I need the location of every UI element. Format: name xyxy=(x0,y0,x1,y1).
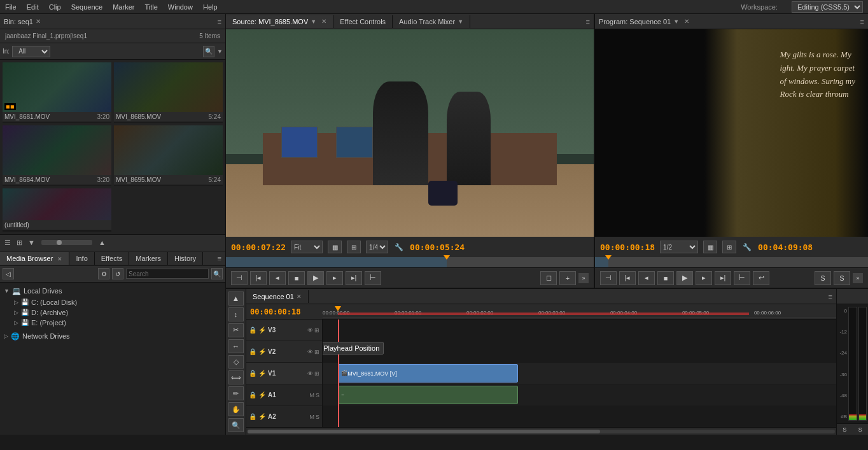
menu-marker[interactable]: Marker xyxy=(113,3,134,11)
zoom-in-btn[interactable]: ▲ xyxy=(97,239,108,246)
media-btn-1[interactable]: ◁ xyxy=(3,268,14,279)
clip-v1[interactable]: 🎬 MVI_8681.MOV [V] xyxy=(338,364,517,383)
track-v1-sync[interactable]: ⚡ xyxy=(258,370,266,377)
thumb-item-3[interactable]: MVI_8684.MOV 3:20 xyxy=(3,125,111,186)
bin-close-btn[interactable]: ✕ xyxy=(36,18,41,25)
prog-pb-6[interactable]: ▸| xyxy=(715,271,731,285)
tool-ripple[interactable]: ↕ xyxy=(228,307,244,321)
source-fit-select[interactable]: Fit xyxy=(291,241,323,253)
bin-menu-btn[interactable]: ≡ xyxy=(218,18,221,25)
track-a1-sync[interactable]: ⚡ xyxy=(258,391,266,398)
pb-step-back[interactable]: ◂ xyxy=(269,271,286,285)
program-frame-icon[interactable]: ▦ xyxy=(703,241,717,253)
tab-info[interactable]: Info xyxy=(69,252,94,265)
timeline-scrollbar-track[interactable] xyxy=(248,430,835,433)
track-row-a2[interactable] xyxy=(323,406,836,427)
timeline-ruler[interactable]: 00:00:00:00 00:00:01:00 00:00:02:00 00:0… xyxy=(323,306,836,318)
prog-pb-10[interactable]: S xyxy=(834,271,850,285)
tab-effects[interactable]: Effects xyxy=(95,252,129,265)
program-scrubber[interactable] xyxy=(595,257,868,267)
menu-file[interactable]: File xyxy=(5,3,17,11)
pb-more-btn[interactable]: » xyxy=(578,273,589,283)
pb-go-in[interactable]: |◂ xyxy=(250,271,267,285)
tool-pen[interactable]: ✏ xyxy=(228,386,244,400)
track-v3-sync[interactable]: ⚡ xyxy=(258,327,266,334)
pb-mark-out[interactable]: ⊢ xyxy=(365,271,381,285)
track-a2-solo[interactable]: S xyxy=(316,414,319,420)
tool-razor[interactable]: ✂ xyxy=(228,323,244,337)
pb-stop[interactable]: ■ xyxy=(288,271,305,285)
menu-clip[interactable]: Clip xyxy=(49,3,61,11)
in-select[interactable]: All xyxy=(12,46,50,57)
search-icon-btn[interactable]: 🔍 xyxy=(203,46,214,57)
track-v1-collapse[interactable]: ⊞ xyxy=(314,370,319,377)
thumb-item-2[interactable]: MVI_8685.MOV 5:24 xyxy=(114,62,223,123)
timeline-scrollbar-thumb[interactable] xyxy=(248,430,600,433)
prog-pb-9[interactable]: S xyxy=(815,271,831,285)
track-a2-lock[interactable]: 🔒 xyxy=(249,413,256,420)
pb-extra1[interactable]: ◻ xyxy=(540,271,557,285)
menu-edit[interactable]: Edit xyxy=(27,3,39,11)
track-v1-eye[interactable]: 👁 xyxy=(307,370,313,377)
media-search-input[interactable] xyxy=(126,269,209,279)
menu-title[interactable]: Title xyxy=(144,3,157,11)
track-v3-lock[interactable]: 🔒 xyxy=(249,327,256,334)
pb-mark-in[interactable]: ⊣ xyxy=(231,271,248,285)
prog-pb-8[interactable]: ↩ xyxy=(753,271,769,285)
tool-zoom[interactable]: 🔍 xyxy=(228,418,244,432)
program-fit-select[interactable]: 1/2 xyxy=(660,241,698,253)
vu-s-left[interactable]: S xyxy=(843,426,846,433)
track-a1-mute[interactable]: M xyxy=(309,392,314,398)
track-a2-mute[interactable]: M xyxy=(309,414,314,420)
tab-media-browser[interactable]: Media Browser ✕ xyxy=(0,252,69,265)
local-drives-header[interactable]: ▼ 💻 Local Drives xyxy=(3,285,223,297)
drive-e[interactable]: ▷ 💾 E: (Project) xyxy=(13,318,223,328)
program-menu-btn[interactable]: ≡ xyxy=(860,18,864,25)
drive-c[interactable]: ▷ 💾 C: (Local Disk) xyxy=(13,297,223,307)
prog-pb-7[interactable]: ⊢ xyxy=(734,271,750,285)
prog-pb-play[interactable]: ▶ xyxy=(676,271,693,285)
tab-history[interactable]: History xyxy=(168,252,203,265)
audio-mixer-dropdown[interactable]: ▼ xyxy=(458,18,463,25)
audio-mixer-tab[interactable]: Audio Track Mixer ▼ xyxy=(393,15,470,28)
prog-pb-5[interactable]: ▸ xyxy=(696,271,712,285)
media-refresh-btn[interactable]: ↺ xyxy=(112,268,123,279)
timeline-scrollbar[interactable] xyxy=(246,427,836,435)
program-safe-icon[interactable]: ⊞ xyxy=(722,241,736,253)
pb-step-fwd[interactable]: ▸ xyxy=(326,271,343,285)
track-a1-lock[interactable]: 🔒 xyxy=(249,391,256,398)
track-row-a1[interactable]: ~ xyxy=(323,384,836,406)
prog-pb-1[interactable]: ⊣ xyxy=(600,271,617,285)
list-view-btn[interactable]: ☰ xyxy=(3,239,13,247)
timeline-menu-btn[interactable]: ≡ xyxy=(825,293,836,300)
track-v2-lock[interactable]: 🔒 xyxy=(249,348,256,355)
thumb-item-4[interactable]: MVI_8695.MOV 5:24 xyxy=(114,125,223,186)
source-tab-close[interactable]: ✕ xyxy=(321,18,326,25)
media-search-btn[interactable]: 🔍 xyxy=(211,268,223,279)
track-v3-collapse[interactable]: ⊞ xyxy=(314,327,319,334)
source-scrubber[interactable] xyxy=(226,257,594,267)
program-dropdown[interactable]: ▼ xyxy=(673,18,679,25)
track-v1-lock[interactable]: 🔒 xyxy=(249,370,256,377)
track-v3-eye[interactable]: 👁 xyxy=(307,327,313,334)
program-wrench-icon[interactable]: 🔧 xyxy=(743,243,752,251)
prog-pb-3[interactable]: ◂ xyxy=(638,271,655,285)
pb-go-out[interactable]: ▸| xyxy=(346,271,362,285)
tool-selection[interactable]: ▲ xyxy=(228,292,244,306)
tool-hand[interactable]: ✋ xyxy=(228,402,244,416)
track-v2-collapse[interactable]: ⊞ xyxy=(314,349,319,355)
track-a1-solo[interactable]: S xyxy=(316,392,319,398)
effect-controls-tab[interactable]: Effect Controls xyxy=(333,15,393,28)
program-close[interactable]: ✕ xyxy=(684,18,689,25)
source-tab-dropdown[interactable]: ▼ xyxy=(311,18,316,25)
drive-d[interactable]: ▷ 💾 D: (Archive) xyxy=(13,307,223,318)
track-v2-sync[interactable]: ⚡ xyxy=(258,348,266,355)
tool-slip[interactable]: ◇ xyxy=(228,355,244,369)
sequence-tab-close[interactable]: ✕ xyxy=(297,293,302,300)
clip-a1[interactable]: ~ xyxy=(338,386,517,404)
icon-view-btn[interactable]: ⊞ xyxy=(15,239,24,247)
thumb-item-1[interactable]: ◼◼ MVI_8681.MOV 3:20 xyxy=(3,62,111,123)
prog-more-btn[interactable]: » xyxy=(853,273,863,283)
menu-window[interactable]: Window xyxy=(168,3,193,11)
track-row-v3[interactable] xyxy=(323,320,836,341)
